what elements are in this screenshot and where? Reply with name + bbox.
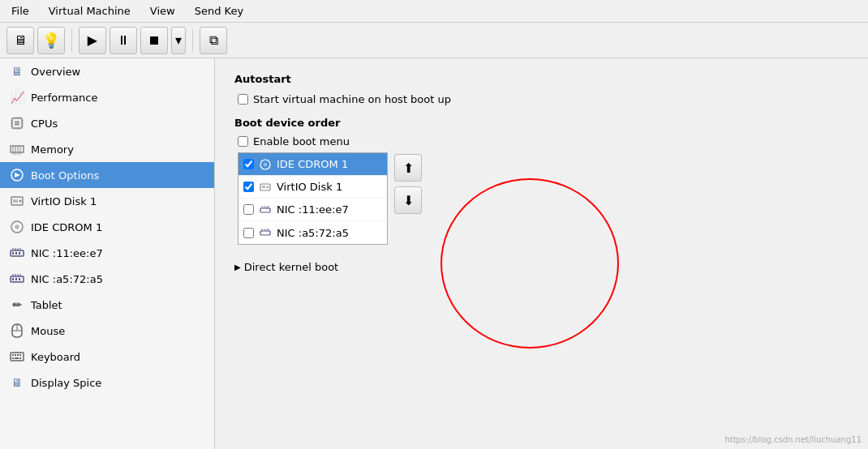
svg-rect-50 xyxy=(15,354,16,356)
svg-rect-66 xyxy=(260,231,270,235)
toolbar-details-button[interactable]: 💡 xyxy=(37,27,65,54)
sidebar-label-nic-11ee7: NIC :11:ee:e7 xyxy=(31,247,103,259)
performance-icon: 📈 xyxy=(10,90,24,105)
svg-rect-59 xyxy=(262,186,265,188)
nic-11ee7-device-icon xyxy=(259,203,272,216)
menu-send-key[interactable]: Send Key xyxy=(188,3,250,19)
svg-rect-45 xyxy=(19,278,20,280)
menubar: File Virtual Machine View Send Key xyxy=(0,0,868,23)
svg-rect-52 xyxy=(19,354,21,356)
svg-rect-37 xyxy=(19,252,20,254)
svg-rect-35 xyxy=(12,252,14,254)
boot-device-list: IDE CDROM 1 VirtIO Disk 1 NIC :11: xyxy=(238,152,388,245)
boot-device-label-nic-11ee7: NIC :11:ee:e7 xyxy=(277,203,349,216)
sidebar-item-cpus[interactable]: CPUs xyxy=(0,110,214,136)
svg-rect-49 xyxy=(12,354,14,356)
sidebar-item-mouse[interactable]: Mouse xyxy=(0,318,214,344)
svg-rect-36 xyxy=(15,252,17,254)
direct-kernel-boot-section[interactable]: ▶ Direct kernel boot xyxy=(234,258,849,276)
direct-kernel-boot-arrow-icon: ▶ xyxy=(234,263,241,272)
menu-virtual-machine[interactable]: Virtual Machine xyxy=(42,3,137,19)
svg-rect-14 xyxy=(11,146,24,152)
menu-view[interactable]: View xyxy=(144,3,182,19)
svg-point-26 xyxy=(19,200,22,203)
monitor-icon: 🖥 xyxy=(14,32,27,48)
svg-rect-44 xyxy=(15,278,17,280)
sidebar-item-nic-a572a5[interactable]: NIC :a5:72:a5 xyxy=(0,266,214,292)
boot-device-item-nic-a572a5[interactable]: NIC :a5:72:a5 xyxy=(238,221,387,244)
watermark: https://blog.csdn.net/liuchuang11 xyxy=(724,435,862,444)
boot-arrows: ⬆ ⬇ xyxy=(394,154,422,214)
nic-a572a5-icon xyxy=(10,272,24,286)
display-spice-icon: 🖥 xyxy=(10,375,24,390)
ide-cdrom-icon xyxy=(10,220,24,234)
boot-device-item-nic-11ee7[interactable]: NIC :11:ee:e7 xyxy=(238,199,387,221)
down-arrow-icon: ⬇ xyxy=(403,193,414,208)
toolbar-stop-button[interactable]: ⏹ xyxy=(140,27,168,54)
content-area: Autostart Start virtual machine on host … xyxy=(215,58,868,449)
enable-boot-menu-label[interactable]: Enable boot menu xyxy=(253,135,350,148)
clone-icon: ⧉ xyxy=(209,32,218,48)
cpus-icon xyxy=(10,116,24,130)
boot-device-checkbox-nic-a572a5[interactable] xyxy=(243,228,254,238)
toolbar: 🖥 💡 ▶ ⏸ ⏹ ▾ ⧉ xyxy=(0,23,868,58)
boot-device-checkbox-nic-11ee7[interactable] xyxy=(243,204,254,215)
boot-device-item-ide-cdrom[interactable]: IDE CDROM 1 xyxy=(238,153,387,176)
play-icon: ▶ xyxy=(88,32,97,48)
toolbar-monitor-button[interactable]: 🖥 xyxy=(6,27,34,54)
sidebar-label-nic-a572a5: NIC :a5:72:a5 xyxy=(31,273,103,285)
autostart-checkbox[interactable] xyxy=(238,94,248,105)
sidebar-item-keyboard[interactable]: Keyboard xyxy=(0,344,214,370)
sidebar-item-memory[interactable]: Memory xyxy=(0,136,214,162)
mouse-icon xyxy=(10,323,24,338)
boot-up-button[interactable]: ⬆ xyxy=(394,154,422,182)
svg-rect-51 xyxy=(17,354,19,356)
enable-boot-menu-checkbox[interactable] xyxy=(238,136,248,147)
boot-device-checkbox-virtio-disk[interactable] xyxy=(243,182,254,192)
sidebar-item-virtio-disk-1[interactable]: VirtIO Disk 1 xyxy=(0,188,214,214)
pause-icon: ⏸ xyxy=(117,32,130,48)
sidebar-label-cpus: CPUs xyxy=(31,118,58,130)
toolbar-separator-2 xyxy=(192,29,193,52)
ide-cdrom-device-icon xyxy=(259,158,272,171)
sidebar-label-overview: Overview xyxy=(31,66,80,78)
boot-down-button[interactable]: ⬇ xyxy=(394,186,422,214)
toolbar-dropdown-button[interactable]: ▾ xyxy=(171,27,186,54)
sidebar-item-nic-11ee7[interactable]: NIC :11:ee:e7 xyxy=(0,240,214,266)
sidebar-item-overview[interactable]: 🖥 Overview xyxy=(0,58,214,84)
boot-options-icon xyxy=(10,168,24,182)
toolbar-pause-button[interactable]: ⏸ xyxy=(110,27,137,54)
sidebar-label-keyboard: Keyboard xyxy=(31,351,80,363)
direct-kernel-boot-label: Direct kernel boot xyxy=(244,261,338,273)
autostart-row: Start virtual machine on host boot up xyxy=(238,93,849,105)
svg-rect-48 xyxy=(11,353,24,361)
svg-point-29 xyxy=(16,226,18,228)
details-icon: 💡 xyxy=(42,32,60,49)
sidebar-label-virtio-disk-1: VirtIO Disk 1 xyxy=(31,195,97,207)
autostart-label[interactable]: Start virtual machine on host boot up xyxy=(253,93,451,105)
svg-rect-61 xyxy=(260,208,270,212)
overview-icon: 🖥 xyxy=(10,64,24,79)
autostart-title: Autostart xyxy=(234,73,849,85)
sidebar-item-tablet[interactable]: ✏️ Tablet xyxy=(0,292,214,318)
boot-device-checkbox-ide-cdrom[interactable] xyxy=(243,159,254,169)
sidebar-label-tablet: Tablet xyxy=(31,299,62,311)
svg-rect-55 xyxy=(19,357,21,359)
svg-rect-43 xyxy=(12,278,14,280)
sidebar-item-performance[interactable]: 📈 Performance xyxy=(0,84,214,110)
virtio-disk-icon xyxy=(10,194,24,208)
toolbar-play-button[interactable]: ▶ xyxy=(79,27,106,54)
boot-device-item-virtio-disk[interactable]: VirtIO Disk 1 xyxy=(238,176,387,199)
sidebar-item-ide-cdrom-1[interactable]: IDE CDROM 1 xyxy=(0,214,214,240)
enable-boot-menu-row: Enable boot menu xyxy=(238,135,849,148)
menu-file[interactable]: File xyxy=(5,3,36,19)
tablet-icon: ✏️ xyxy=(10,297,24,312)
sidebar-item-boot-options[interactable]: Boot Options xyxy=(0,162,214,188)
sidebar-item-display-spice[interactable]: 🖥 Display Spice xyxy=(0,370,214,396)
sidebar-label-mouse: Mouse xyxy=(31,325,65,337)
boot-device-order-title: Boot device order xyxy=(234,117,849,129)
toolbar-clone-button[interactable]: ⧉ xyxy=(200,27,227,54)
main-layout: 🖥 Overview 📈 Performance CPUs Memory Boo… xyxy=(0,58,868,449)
svg-point-60 xyxy=(267,186,269,187)
toolbar-separator-1 xyxy=(71,29,72,52)
